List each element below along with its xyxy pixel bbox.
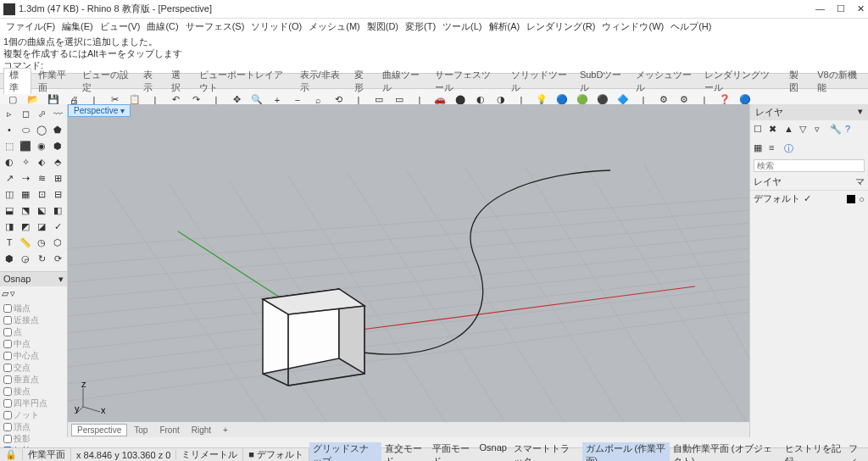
tool-button[interactable]: ≋ bbox=[34, 170, 49, 186]
osnap-filter-icon[interactable]: ▿ bbox=[10, 288, 15, 299]
tool-button[interactable]: ◶ bbox=[18, 251, 33, 266]
layer-search-input[interactable] bbox=[754, 159, 865, 172]
tool-button[interactable]: ⊡ bbox=[34, 186, 49, 202]
status-toggle[interactable]: グリッドスナップ bbox=[309, 442, 381, 462]
tool-button[interactable]: ⬘ bbox=[50, 154, 65, 169]
layer-row[interactable]: デフォルト ✓ ○ bbox=[750, 191, 868, 207]
status-toggle[interactable]: 自動作業平面 (オブジェクト) bbox=[670, 442, 782, 462]
status-toggle[interactable]: フィ bbox=[845, 442, 868, 462]
tool-button[interactable]: ▹ bbox=[2, 106, 17, 121]
menu-item[interactable]: 曲線(C) bbox=[144, 20, 181, 33]
tool-button[interactable]: ↻ bbox=[34, 251, 49, 266]
viewport-tab[interactable]: Perspective bbox=[71, 424, 127, 436]
tool-button[interactable]: ⊞ bbox=[50, 170, 65, 186]
lock-icon[interactable]: 🔒 bbox=[0, 449, 23, 460]
menu-item[interactable]: 解析(A) bbox=[487, 20, 523, 33]
status-toggle[interactable]: 直交モード bbox=[381, 442, 429, 462]
maximize-button[interactable]: ☐ bbox=[837, 3, 845, 14]
tool-button[interactable]: ⬛ bbox=[18, 138, 33, 153]
status-toggle[interactable]: ヒストリを記録 bbox=[782, 442, 845, 462]
tool-button[interactable]: ◫ bbox=[2, 186, 17, 202]
tool-button[interactable]: ⇢ bbox=[18, 170, 33, 186]
tool-button[interactable]: ⬚ bbox=[2, 138, 17, 153]
osnap-item[interactable]: 四半円点 bbox=[3, 397, 64, 409]
tool-button[interactable]: ◷ bbox=[34, 235, 49, 250]
tool-button[interactable]: ◧ bbox=[50, 203, 65, 218]
status-toggle[interactable]: ガムボール (作業平面) bbox=[582, 442, 670, 462]
status-toggle[interactable]: Osnap bbox=[476, 442, 509, 462]
tool-button[interactable]: ◉ bbox=[34, 138, 49, 153]
menu-item[interactable]: ツール(L) bbox=[440, 20, 484, 33]
tool-button[interactable]: ↗ bbox=[2, 170, 17, 186]
menu-item[interactable]: 製図(D) bbox=[364, 20, 401, 33]
menu-item[interactable]: サーフェス(S) bbox=[183, 20, 248, 33]
viewport-tab[interactable]: Right bbox=[186, 425, 216, 436]
tool-button[interactable]: ◻ bbox=[18, 106, 33, 121]
menu-item[interactable]: 編集(E) bbox=[59, 20, 96, 33]
tool-button[interactable]: ✧ bbox=[18, 154, 33, 169]
viewport-tab[interactable]: Top bbox=[129, 425, 153, 436]
tool-button[interactable]: ⊟ bbox=[50, 186, 65, 202]
menu-item[interactable]: ファイル(F) bbox=[3, 20, 58, 33]
tool-button[interactable]: T bbox=[2, 235, 17, 250]
tool-button[interactable]: ⬔ bbox=[18, 203, 33, 218]
viewport-label[interactable]: Perspective ▾ bbox=[68, 104, 131, 117]
tool-button[interactable]: ▦ bbox=[18, 186, 33, 202]
tool-button[interactable]: ◩ bbox=[18, 219, 33, 234]
menu-item[interactable]: レンダリング(R) bbox=[524, 20, 598, 33]
osnap-item[interactable]: 垂直点 bbox=[3, 374, 64, 386]
osnap-item[interactable]: ノット bbox=[3, 409, 64, 421]
layer-material-circle[interactable]: ○ bbox=[859, 194, 865, 204]
toolbar-tab[interactable]: 製図 bbox=[784, 69, 810, 94]
tool-button[interactable]: ⬖ bbox=[34, 154, 49, 169]
tool-button[interactable]: ◪ bbox=[34, 219, 49, 234]
tool-button[interactable]: ◐ bbox=[2, 154, 17, 169]
layer-up-icon[interactable]: ▲ bbox=[784, 124, 796, 136]
osnap-dropdown-icon[interactable]: ▾ bbox=[58, 274, 64, 285]
toolbar-tab[interactable]: V8の新機能 bbox=[812, 69, 865, 94]
viewport[interactable]: Perspective ▾ bbox=[68, 104, 749, 437]
osnap-item[interactable]: 中心点 bbox=[3, 350, 64, 362]
layer-info-icon[interactable]: ⓘ bbox=[784, 142, 796, 154]
tool-button[interactable]: ⬢ bbox=[2, 251, 17, 266]
menu-item[interactable]: ヘルプ(H) bbox=[668, 20, 714, 33]
menu-item[interactable]: ソリッド(O) bbox=[248, 20, 304, 33]
layer-down-icon[interactable]: ▽ bbox=[799, 124, 811, 136]
layer-tool-icon[interactable]: 🔧 bbox=[830, 124, 842, 136]
layer-help-icon[interactable]: ? bbox=[845, 124, 857, 136]
tool-button[interactable]: ⬀ bbox=[34, 106, 49, 121]
tool-button[interactable]: ⬢ bbox=[50, 138, 65, 153]
menu-item[interactable]: メッシュ(M) bbox=[306, 20, 363, 33]
tool-button[interactable]: ◨ bbox=[2, 219, 17, 234]
osnap-item[interactable]: 投影 bbox=[3, 433, 64, 445]
osnap-item[interactable]: 近接点 bbox=[3, 314, 64, 326]
sb-layer[interactable]: ■ デフォルト bbox=[243, 448, 309, 461]
osnap-item[interactable]: 点 bbox=[3, 326, 64, 338]
tool-button[interactable]: ◯ bbox=[34, 122, 49, 137]
close-button[interactable]: ✕ bbox=[857, 3, 865, 14]
osnap-item[interactable]: 頂点 bbox=[3, 421, 64, 433]
osnap-item[interactable]: 端点 bbox=[3, 303, 64, 314]
sb-cplane[interactable]: 作業平面 bbox=[23, 448, 71, 461]
viewport-tab[interactable]: + bbox=[218, 425, 233, 436]
tool-button[interactable]: ⟳ bbox=[50, 251, 65, 266]
menu-item[interactable]: 変形(T) bbox=[403, 20, 438, 33]
tool-button[interactable]: ⬡ bbox=[50, 235, 65, 250]
layer-grid-icon[interactable]: ▦ bbox=[754, 142, 765, 154]
status-toggle[interactable]: 平面モード bbox=[429, 442, 476, 462]
status-toggle[interactable]: スマートトラック bbox=[510, 442, 582, 462]
viewport-tab[interactable]: Front bbox=[154, 425, 184, 436]
tool-button[interactable]: 〰 bbox=[50, 106, 65, 121]
layer-color-swatch[interactable] bbox=[847, 195, 855, 203]
osnap-item[interactable]: 接点 bbox=[3, 386, 64, 397]
layer-filter-icon[interactable]: ▿ bbox=[815, 124, 826, 136]
layer-list-icon[interactable]: ≡ bbox=[769, 142, 781, 154]
tool-button[interactable]: 📏 bbox=[18, 235, 33, 250]
layer-delete-icon[interactable]: ✖ bbox=[769, 124, 781, 136]
menu-item[interactable]: ビュー(V) bbox=[97, 20, 143, 33]
sb-units[interactable]: ミリメートル bbox=[176, 448, 243, 461]
tool-button[interactable]: ⬕ bbox=[34, 203, 49, 218]
layer-new-icon[interactable]: ☐ bbox=[754, 124, 765, 136]
tool-button[interactable]: ⬭ bbox=[18, 122, 33, 137]
osnap-item[interactable]: 中点 bbox=[3, 338, 64, 350]
